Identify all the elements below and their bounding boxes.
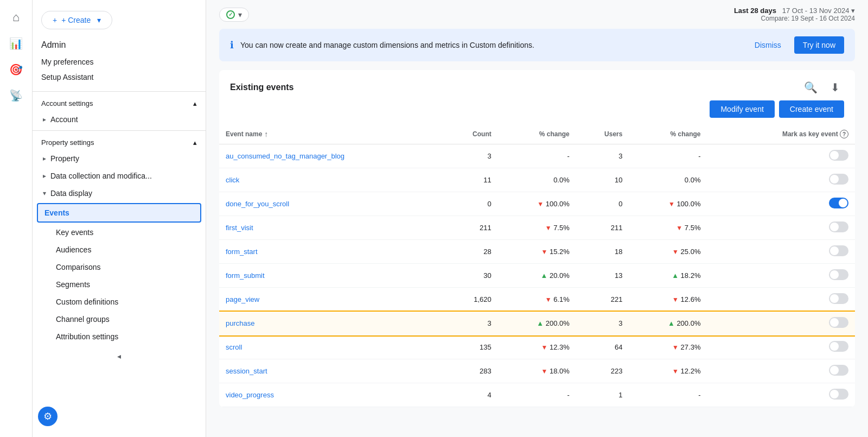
key-event-toggle[interactable] <box>829 365 848 376</box>
table-row[interactable]: purchase 3 ▲ 200.0% 3 ▲ 200.0% <box>219 312 855 335</box>
event-name-cell[interactable]: scroll <box>219 335 444 359</box>
sidebar-item-account[interactable]: ▸ Account <box>33 111 206 128</box>
users-cell: 18 <box>576 240 629 264</box>
event-name-cell[interactable]: click <box>219 168 444 192</box>
signal-icon[interactable]: 📡 <box>5 85 27 106</box>
event-name-cell[interactable]: session_start <box>219 359 444 383</box>
table-action-buttons: Modify event Create event <box>219 100 855 124</box>
event-name-cell[interactable]: first_visit <box>219 216 444 240</box>
bar-chart-icon[interactable]: 📊 <box>5 33 27 54</box>
event-name-cell[interactable]: purchase <box>219 312 444 335</box>
count-change-cell: ▲ 20.0% <box>498 264 576 288</box>
key-event-cell <box>707 168 855 192</box>
status-badge[interactable]: ▾ <box>219 8 249 22</box>
sidebar-item-channel-groups[interactable]: Channel groups <box>33 311 206 328</box>
home-icon[interactable]: ⌂ <box>5 7 27 28</box>
event-name-cell[interactable]: form_start <box>219 240 444 264</box>
users-change-cell: ▼ 12.2% <box>629 359 707 383</box>
users-cell: 211 <box>576 216 629 240</box>
sidebar-setup-assistant[interactable]: Setup Assistant <box>33 69 206 85</box>
comparisons-label: Comparisons <box>56 263 100 271</box>
event-name-cell[interactable]: form_submit <box>219 264 444 288</box>
event-name[interactable]: page_view <box>226 295 259 303</box>
key-event-toggle[interactable] <box>829 341 848 352</box>
table-row[interactable]: video_progress 4 - 1 - <box>219 383 855 407</box>
date-range[interactable]: Last 28 days 17 Oct - 13 Nov 2024 ▾ <box>734 7 855 15</box>
count-cell: 283 <box>444 359 498 383</box>
sidebar-item-key-events[interactable]: Key events <box>33 224 206 241</box>
modify-event-button[interactable]: Modify event <box>710 100 774 118</box>
create-button[interactable]: + + Create ▾ <box>41 11 112 29</box>
compare-range-value: 19 Sept - 16 Oct 2024 <box>792 15 855 22</box>
event-name[interactable]: form_start <box>226 248 258 256</box>
event-name[interactable]: purchase <box>226 319 254 327</box>
key-event-toggle[interactable] <box>829 389 848 400</box>
event-name[interactable]: session_start <box>226 367 267 375</box>
table-row[interactable]: done_for_you_scroll 0 ▼ 100.0% 0 ▼ 100.0… <box>219 192 855 216</box>
key-event-cell <box>707 335 855 359</box>
th-event-name[interactable]: Event name ↑ <box>219 124 444 144</box>
users-cell: 3 <box>576 144 629 168</box>
key-event-cell <box>707 216 855 240</box>
event-name[interactable]: done_for_you_scroll <box>226 200 289 208</box>
key-event-cell <box>707 240 855 264</box>
key-event-toggle[interactable] <box>829 150 848 161</box>
property-settings-header[interactable]: Property settings ▴ <box>33 135 206 150</box>
event-name[interactable]: click <box>226 176 239 184</box>
target-icon[interactable]: 🎯 <box>5 59 27 80</box>
up-arrow-icon: ▲ <box>540 271 547 280</box>
sidebar-item-audiences[interactable]: Audiences <box>33 241 206 258</box>
table-row[interactable]: form_start 28 ▼ 15.2% 18 ▼ 25.0% <box>219 240 855 264</box>
event-name[interactable]: video_progress <box>226 391 274 399</box>
sidebar-item-segments[interactable]: Segments <box>33 276 206 293</box>
table-row[interactable]: form_submit 30 ▲ 20.0% 13 ▲ 18.2% <box>219 264 855 288</box>
key-event-cell <box>707 359 855 383</box>
date-dropdown-icon[interactable]: ▾ <box>851 7 855 15</box>
table-row[interactable]: page_view 1,620 ▼ 6.1% 221 ▼ 12.6% <box>219 288 855 312</box>
sidebar-item-data-collection[interactable]: ▸ Data collection and modifica... <box>33 167 206 185</box>
event-name-cell[interactable]: page_view <box>219 288 444 312</box>
key-event-toggle[interactable] <box>829 221 848 232</box>
account-settings-label: Account settings <box>41 99 93 107</box>
try-it-now-button[interactable]: Try it now <box>794 36 844 54</box>
event-name-cell[interactable]: video_progress <box>219 383 444 407</box>
sidebar-collapse-icon[interactable]: ◂ <box>117 352 121 360</box>
create-event-button[interactable]: Create event <box>779 100 844 118</box>
event-name-cell[interactable]: au_consumed_no_tag_manager_blog <box>219 144 444 168</box>
sidebar-my-preferences[interactable]: My preferences <box>33 54 206 69</box>
sidebar-item-events[interactable]: Events <box>37 203 201 223</box>
help-icon[interactable]: ? <box>840 130 848 138</box>
create-label: + Create <box>61 16 91 24</box>
sidebar-item-comparisons[interactable]: Comparisons <box>33 258 206 276</box>
table-row[interactable]: scroll 135 ▼ 12.3% 64 ▼ 27.3% <box>219 335 855 359</box>
count-cell: 3 <box>444 144 498 168</box>
table-row[interactable]: au_consumed_no_tag_manager_blog 3 - 3 - <box>219 144 855 168</box>
key-event-toggle[interactable] <box>829 317 848 328</box>
dismiss-button[interactable]: Dismiss <box>755 41 781 49</box>
sidebar-item-attribution-settings[interactable]: Attribution settings <box>33 328 206 345</box>
event-name[interactable]: form_submit <box>226 271 265 280</box>
sidebar-item-data-display[interactable]: ▾ Data display <box>33 185 206 202</box>
download-button[interactable]: ⬇ <box>826 79 844 96</box>
account-settings-header[interactable]: Account settings ▴ <box>33 96 206 111</box>
event-name[interactable]: first_visit <box>226 224 253 232</box>
key-events-label: Key events <box>56 228 93 237</box>
key-event-toggle[interactable] <box>829 198 848 208</box>
key-event-cell <box>707 383 855 407</box>
table-row[interactable]: session_start 283 ▼ 18.0% 223 ▼ 12.2% <box>219 359 855 383</box>
key-event-toggle[interactable] <box>829 245 848 256</box>
events-title: Existing events <box>230 83 293 92</box>
event-name[interactable]: scroll <box>226 343 242 351</box>
table-row[interactable]: click 11 0.0% 10 0.0% <box>219 168 855 192</box>
event-name[interactable]: au_consumed_no_tag_manager_blog <box>226 152 344 160</box>
event-name-cell[interactable]: done_for_you_scroll <box>219 192 444 216</box>
key-event-toggle[interactable] <box>829 174 848 185</box>
sidebar-item-custom-definitions[interactable]: Custom definitions <box>33 293 206 311</box>
search-button[interactable]: 🔍 <box>800 79 822 96</box>
table-row[interactable]: first_visit 211 ▼ 7.5% 211 ▼ 7.5% <box>219 216 855 240</box>
th-count-change: % change <box>498 124 576 144</box>
key-event-toggle[interactable] <box>829 269 848 280</box>
key-event-toggle[interactable] <box>829 293 848 304</box>
settings-gear-icon[interactable]: ⚙ <box>38 407 58 426</box>
sidebar-item-property[interactable]: ▸ Property <box>33 150 206 167</box>
